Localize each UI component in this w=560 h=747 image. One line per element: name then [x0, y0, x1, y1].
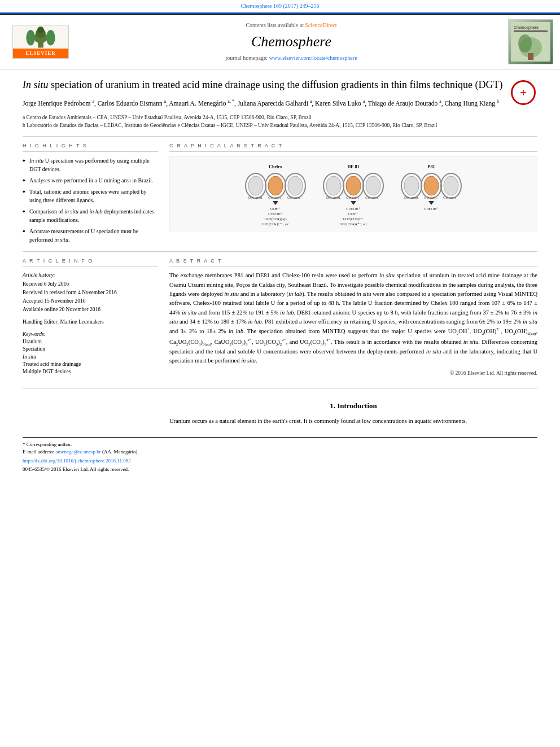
divider-1	[23, 136, 537, 137]
svg-text:Gel soln.: Gel soln.	[424, 196, 438, 199]
journal-center: Contents lists available at ScienceDirec…	[75, 21, 508, 62]
chelex-species: UO₂²⁺UO₂OH⁺UO₂(CO₃)(aq)UO₂(CO₃)₂²⁻, etc	[262, 206, 290, 226]
highlight-item-5: Accurate measurements of U speciation mu…	[23, 227, 158, 244]
chelex-label: Chelex	[269, 164, 282, 170]
available-date: Available online 20 November 2016	[23, 307, 100, 312]
svg-text:Diff. grad.: Diff. grad.	[404, 196, 419, 199]
journal-header: ELSEVIER Contents lists available at Sci…	[0, 14, 560, 69]
svg-text:Gel soln.: Gel soln.	[346, 196, 360, 199]
cover-image-placeholder: Chemosphere	[509, 20, 553, 64]
svg-point-4	[26, 30, 35, 46]
doi-text: Chemosphere 169 (2017) 249–256	[240, 3, 319, 9]
svg-text:Diff. grad.: Diff. grad.	[248, 196, 263, 199]
email-link[interactable]: amenega@rc.unesp.br	[55, 449, 100, 455]
abstract-heading: A B S T R A C T	[169, 257, 537, 267]
intro-text: Uranium occurs as a natural element in t…	[169, 417, 537, 426]
de81-device: DE 81 Diff. grad. Gel soln. Gel soln.	[317, 164, 390, 227]
doi-link[interactable]: http://dx.doi.org/10.1016/j.chemosphere.…	[23, 458, 131, 464]
svg-point-33	[424, 176, 439, 195]
graphical-abstract-heading: G R A P H I C A L A B S T R A C T	[169, 142, 537, 152]
svg-point-31	[404, 176, 419, 195]
keywords-section: Keywords: Uranium Speciation In situ Tre…	[23, 331, 158, 376]
svg-rect-11	[528, 53, 533, 60]
svg-text:Diff. grad.: Diff. grad.	[326, 196, 341, 199]
handling-editor: Handling Editor: Martine Leermakers	[23, 318, 158, 326]
corresponding-author-note: * Corresponding author.	[23, 441, 537, 448]
intro-left-spacer	[23, 401, 158, 426]
article-info-heading: A R T I C L E I N F O	[23, 257, 158, 267]
keyword-speciation: Speciation	[23, 346, 45, 352]
arrow-down-p81	[428, 201, 434, 205]
article-history: Article history: Received 6 July 2016 Re…	[23, 271, 158, 314]
chelex-svg: Diff. grad. Gel soln. Gel soln.	[244, 172, 307, 200]
affiliation-b: b Laboratório de Estudos de Bacias – LEB…	[23, 121, 537, 129]
intro-right: 1. Introduction Uranium occurs as a natu…	[169, 401, 537, 426]
graphical-abstract-section: G R A P H I C A L A B S T R A C T Chelex	[169, 142, 537, 247]
highlight-item-1: In situ U speciation was performed by us…	[23, 156, 158, 173]
svg-text:Gel soln.: Gel soln.	[268, 196, 282, 199]
doi-header: Chemosphere 169 (2017) 249–256	[0, 0, 560, 14]
elsevier-tree-svg	[18, 25, 63, 49]
intro-heading: 1. Introduction	[169, 401, 537, 411]
keyword-dgt: Multiple DGT devices	[23, 369, 71, 374]
de81-label: DE 81	[347, 164, 359, 170]
main-content: In situ speciation of uranium in treated…	[0, 69, 560, 482]
arrow-down-de81	[351, 201, 356, 205]
highlight-item-2: Analyses were performed in a U mining ar…	[23, 176, 158, 185]
chelex-device: Chelex Diff. grad. Gel soln. Gel soln.	[239, 164, 312, 227]
article-info-col: A R T I C L E I N F O Article history: R…	[23, 257, 158, 378]
de81-svg: Diff. grad. Gel soln. Gel soln.	[322, 172, 384, 200]
cover-svg: Chemosphere	[511, 22, 550, 62]
svg-point-10	[518, 34, 532, 53]
contents-text: Contents lists available at ScienceDirec…	[75, 21, 508, 29]
graphical-abstract-image: Chelex Diff. grad. Gel soln. Gel soln.	[169, 156, 537, 232]
p81-label: P81	[428, 164, 435, 170]
svg-point-35	[444, 176, 458, 195]
keyword-acid-mine: Treated acid mine drainage	[23, 361, 81, 367]
abstract-col: A B S T R A C T The exchange membranes P…	[169, 257, 537, 378]
svg-text:Gel soln.: Gel soln.	[287, 196, 301, 199]
highlights-section: H I G H L I G H T S In situ U speciation…	[23, 142, 158, 247]
copyright: © 2016 Elsevier Ltd. All rights reserved…	[169, 370, 537, 377]
p81-species: UO₂OH⁺	[424, 206, 439, 211]
svg-point-3	[37, 27, 44, 33]
keyword-insitu: In situ	[23, 354, 36, 360]
keyword-uranium: Uranium	[23, 339, 42, 344]
divider-2	[23, 251, 537, 252]
elsevier-logo-area: ELSEVIER	[7, 25, 75, 59]
intro-two-col: 1. Introduction Uranium occurs as a natu…	[23, 401, 537, 426]
keywords-title: Keywords:	[23, 331, 46, 337]
sciencedirect-link[interactable]: ScienceDirect	[305, 22, 336, 28]
journal-cover-image: Chemosphere	[508, 19, 553, 64]
title-rest: speciation of uranium in treated acid mi…	[49, 79, 503, 90]
highlights-list: In situ U speciation was performed by us…	[23, 156, 158, 244]
affiliation-a: a Centro de Estudos Ambientais – CEA, UN…	[23, 113, 537, 121]
journal-homepage: journal homepage: www.elsevier.com/locat…	[75, 54, 508, 62]
article-title: In situ speciation of uranium in treated…	[23, 78, 537, 91]
accepted-date: Accepted 15 November 2016	[23, 298, 86, 304]
dgt-diagram: Chelex Diff. grad. Gel soln. Gel soln.	[239, 164, 468, 227]
svg-point-15	[268, 176, 283, 195]
elsevier-logo: ELSEVIER	[12, 25, 69, 59]
svg-point-22	[326, 176, 341, 195]
highlights-heading: H I G H L I G H T S	[23, 142, 158, 152]
svg-text:Gel soln.: Gel soln.	[443, 196, 457, 199]
p81-svg: Diff. grad. Gel soln. Gel soln.	[400, 172, 462, 200]
homepage-link[interactable]: www.elsevier.com/locate/chemosphere	[269, 55, 357, 61]
svg-point-17	[288, 176, 303, 195]
authors: Jorge Henrique Pedrobom a, Carlos Eduard…	[23, 98, 537, 108]
p81-device: P81 Diff. grad. Gel soln. Gel soln.	[395, 164, 468, 211]
issn-line: 0045-6535/© 2016 Elsevier Ltd. All right…	[23, 466, 537, 473]
history-heading: Article history:	[23, 272, 55, 278]
doi-line[interactable]: http://dx.doi.org/10.1016/j.chemosphere.…	[23, 457, 537, 465]
abstract-text: The exchange membranes P81 and DE81 and …	[169, 271, 537, 365]
highlight-item-3: Total, cationic and anionic species were…	[23, 187, 158, 204]
crossmark-badge[interactable]	[509, 78, 537, 107]
highlights-and-graphical: H I G H L I G H T S In situ U speciation…	[23, 142, 537, 247]
email-note: E-mail address: amenega@rc.unesp.br (AA.…	[23, 448, 537, 456]
svg-point-5	[46, 30, 55, 46]
received-date: Received 6 July 2016	[23, 281, 69, 287]
svg-point-26	[366, 176, 380, 195]
svg-rect-8	[514, 30, 548, 32]
info-and-abstract: A R T I C L E I N F O Article history: R…	[23, 257, 537, 378]
